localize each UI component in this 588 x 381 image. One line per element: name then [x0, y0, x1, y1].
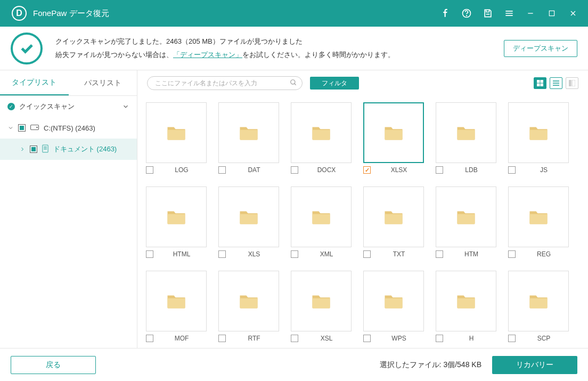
folder-item[interactable]: XLSX [363, 102, 424, 174]
folder-item[interactable]: XSL [291, 271, 352, 342]
folder-thumb[interactable] [146, 102, 207, 163]
view-grid-button[interactable] [534, 77, 546, 89]
folder-thumb[interactable] [508, 271, 569, 331]
folder-label-row: RTF [218, 335, 279, 342]
folder-checkbox[interactable] [436, 335, 443, 342]
app-logo-icon: D [12, 6, 27, 21]
folder-checkbox[interactable] [436, 166, 443, 174]
minimize-icon[interactable] [525, 8, 536, 19]
folder-item[interactable]: HTM [436, 187, 496, 258]
folder-checkbox[interactable] [508, 335, 516, 342]
folder-thumb[interactable] [291, 271, 352, 331]
folder-thumb[interactable] [508, 102, 569, 163]
folder-name: SCP [519, 335, 569, 342]
status-line-2: 紛失ファイルが見つからない場合は、「ディープスキャン」をお試しください。より多く… [55, 48, 504, 62]
status-line-1: クイックスキャンが完了しました。2463（205 MB）ファイルが見つかりました [55, 35, 504, 48]
tree-documents[interactable]: ドキュメント (2463) [0, 139, 137, 160]
folder-thumb[interactable] [218, 271, 279, 331]
tab-path-list[interactable]: パスリスト [69, 70, 137, 95]
tree-quick-scan[interactable]: クイックスキャン [0, 96, 137, 117]
folder-checkbox[interactable] [146, 166, 153, 174]
tree-label: C:(NTFS) (2463) [44, 124, 95, 132]
folder-checkbox[interactable] [363, 335, 371, 342]
folder-checkbox[interactable] [146, 335, 153, 342]
toolbar: フィルタ [137, 70, 588, 96]
folder-thumb[interactable] [363, 187, 424, 247]
svg-rect-8 [541, 80, 543, 83]
folder-item[interactable]: XML [291, 187, 352, 258]
recover-button[interactable]: リカバリー [492, 356, 577, 374]
tab-type-list[interactable]: タイプリスト [0, 70, 69, 95]
folder-item[interactable]: MOF [146, 271, 207, 342]
folder-thumb[interactable] [291, 187, 352, 247]
folder-checkbox[interactable] [218, 166, 226, 174]
folder-thumb[interactable] [363, 102, 424, 163]
folder-item[interactable]: H [436, 271, 496, 342]
folder-checkbox[interactable] [363, 166, 371, 174]
view-toggle [534, 77, 578, 89]
folder-label-row: TXT [363, 250, 424, 258]
folder-checkbox[interactable] [218, 335, 226, 342]
folder-label-row: MOF [146, 335, 207, 342]
folder-thumb[interactable] [508, 187, 569, 247]
folder-checkbox[interactable] [291, 250, 298, 258]
svg-rect-10 [541, 84, 543, 86]
folder-checkbox[interactable] [218, 250, 226, 258]
folder-thumb[interactable] [436, 102, 496, 163]
folder-name: HTML [157, 250, 207, 258]
folder-name: XLSX [374, 166, 424, 174]
folder-checkbox[interactable] [291, 166, 298, 174]
checkbox-icon[interactable] [18, 124, 26, 132]
folder-thumb[interactable] [436, 271, 496, 331]
tree-drive[interactable]: C:(NTFS) (2463) [0, 117, 137, 139]
folder-item[interactable]: LOG [146, 102, 207, 174]
folder-item[interactable]: LDB [436, 102, 496, 174]
search-icon[interactable] [290, 79, 297, 88]
menu-icon[interactable] [504, 8, 514, 19]
folder-item[interactable]: WPS [363, 271, 424, 342]
folder-thumb[interactable] [436, 187, 496, 247]
help-icon[interactable] [461, 8, 472, 19]
folder-name: REG [519, 250, 569, 258]
folder-item[interactable]: DOCX [291, 102, 352, 174]
view-detail-button[interactable] [566, 77, 578, 89]
maximize-icon[interactable] [546, 8, 557, 19]
filter-button[interactable]: フィルタ [310, 77, 359, 90]
folder-checkbox[interactable] [146, 250, 153, 258]
folder-checkbox[interactable] [508, 250, 516, 258]
save-icon[interactable] [483, 8, 493, 19]
folder-checkbox[interactable] [436, 250, 443, 258]
deep-scan-link[interactable]: 「ディープスキャン」 [173, 51, 242, 59]
folder-checkbox[interactable] [363, 250, 371, 258]
folder-thumb[interactable] [218, 187, 279, 247]
folder-item[interactable]: RTF [218, 271, 279, 342]
folder-checkbox[interactable] [508, 166, 516, 174]
folder-thumb[interactable] [291, 102, 352, 163]
folder-thumb[interactable] [146, 187, 207, 247]
search-input[interactable] [147, 76, 303, 90]
checkbox-icon[interactable] [30, 145, 37, 153]
folder-item[interactable]: JS [508, 102, 569, 174]
deep-scan-button[interactable]: ディープスキャン [504, 40, 577, 57]
folder-name: DAT [229, 166, 279, 174]
folder-label-row: SCP [508, 335, 569, 342]
folder-checkbox[interactable] [291, 335, 298, 342]
close-icon[interactable] [568, 8, 578, 19]
folder-item[interactable]: HTML [146, 187, 207, 258]
back-button[interactable]: 戻る [11, 356, 96, 374]
selection-text: 選択したファイル: 3個/548 KB [380, 360, 481, 370]
folder-item[interactable]: REG [508, 187, 569, 258]
folder-item[interactable]: TXT [363, 187, 424, 258]
folder-item[interactable]: DAT [218, 102, 279, 174]
grid-wrap[interactable]: LOGDATDOCXXLSXLDBJSHTMLXLSXMLTXTHTMREGMO… [137, 96, 588, 348]
folder-name: XSL [301, 335, 352, 342]
folder-item[interactable]: SCP [508, 271, 569, 342]
svg-point-4 [37, 127, 38, 128]
facebook-icon[interactable] [440, 8, 451, 19]
folder-label-row: JS [508, 166, 569, 174]
folder-thumb[interactable] [146, 271, 207, 331]
folder-thumb[interactable] [363, 271, 424, 331]
view-list-button[interactable] [550, 77, 562, 89]
folder-item[interactable]: XLS [218, 187, 279, 258]
folder-thumb[interactable] [218, 102, 279, 163]
